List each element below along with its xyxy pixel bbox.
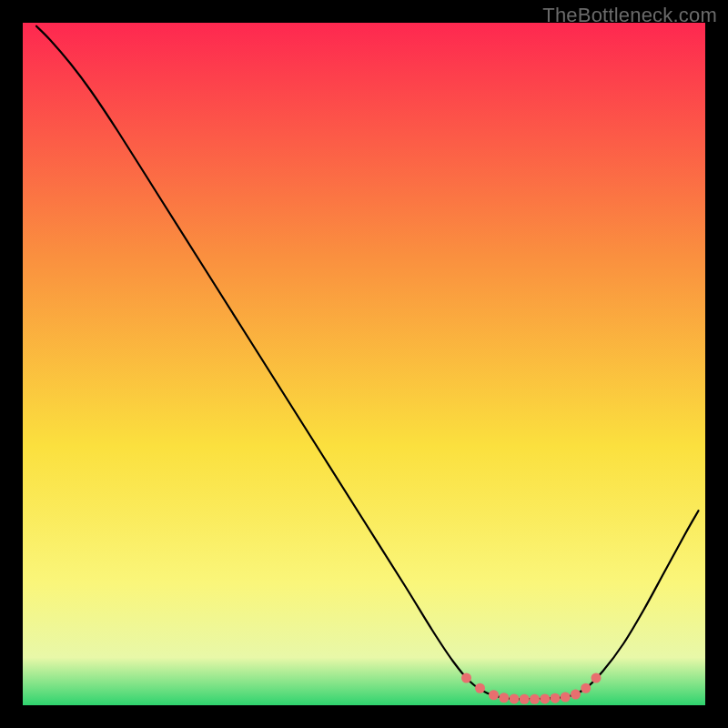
marker-point <box>581 683 591 693</box>
marker-point <box>499 693 509 703</box>
marker-point <box>592 673 602 683</box>
marker-point <box>461 673 471 683</box>
marker-point <box>540 693 550 703</box>
marker-point <box>551 693 561 703</box>
marker-point <box>510 693 520 703</box>
marker-point <box>561 693 571 703</box>
marker-point <box>489 690 499 700</box>
gradient-background <box>23 23 705 705</box>
chart-svg <box>23 23 705 705</box>
marker-point <box>571 690 581 700</box>
plot-area <box>23 23 705 705</box>
marker-point <box>530 694 540 704</box>
chart-frame: TheBottleneck.com <box>0 0 728 728</box>
marker-point <box>475 683 485 693</box>
attribution-text: TheBottleneck.com <box>542 4 717 27</box>
marker-point <box>520 694 530 704</box>
